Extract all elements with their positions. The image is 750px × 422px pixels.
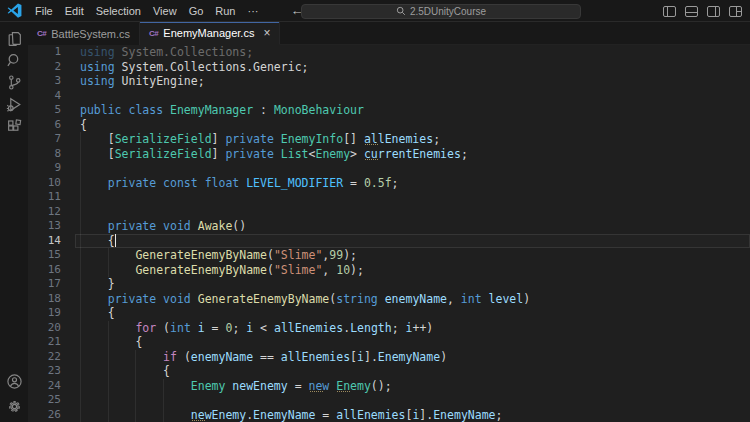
- code-line-6[interactable]: 6{: [28, 118, 750, 133]
- indent-guide: [108, 408, 109, 422]
- line-number[interactable]: 21: [28, 335, 75, 350]
- tab-battlesystem-cs[interactable]: C#BattleSystem.cs: [28, 22, 140, 45]
- code-line-1[interactable]: 1using System.Collections;: [28, 45, 750, 60]
- line-number[interactable]: 13: [28, 219, 75, 234]
- line-number[interactable]: 18: [28, 292, 75, 307]
- csharp-file-icon: C#: [37, 29, 46, 38]
- indent-guide: [135, 379, 136, 394]
- line-number[interactable]: 12: [28, 205, 75, 220]
- code-line-7[interactable]: 7 [SerializeField] private EnemyInfo[] a…: [28, 132, 750, 147]
- customize-layout-icon[interactable]: [729, 6, 742, 17]
- line-number[interactable]: 5: [28, 103, 75, 118]
- menu-go[interactable]: Go: [183, 0, 210, 22]
- line-number[interactable]: 22: [28, 350, 75, 365]
- indent-guide: [163, 379, 164, 394]
- csharp-file-icon: C#: [149, 29, 158, 38]
- code-line-16[interactable]: 16 GenerateEnemyByName("Slime", 10);: [28, 263, 750, 278]
- code-line-10[interactable]: 10 private const float LEVEL_MODIFIER = …: [28, 176, 750, 191]
- line-content: {: [75, 234, 750, 249]
- indent-guide: [108, 364, 109, 379]
- code-line-26[interactable]: 26 newEnemy.EnemyName = allEnemies[i].En…: [28, 408, 750, 422]
- line-number[interactable]: 3: [28, 74, 75, 89]
- line-content: [SerializeField] private List<Enemy> cur…: [75, 147, 750, 162]
- code-line-13[interactable]: 13 private void Awake(): [28, 219, 750, 234]
- line-number[interactable]: 24: [28, 379, 75, 394]
- line-number[interactable]: 26: [28, 408, 75, 422]
- indent-guide: [80, 176, 81, 191]
- account-icon[interactable]: [0, 370, 28, 392]
- command-center-search[interactable]: 2.5DUnityCourse: [301, 4, 581, 19]
- activity-bar: [0, 22, 28, 422]
- indent-guide: [135, 364, 136, 379]
- code-line-3[interactable]: 3using UnityEngine;: [28, 74, 750, 89]
- menu-view[interactable]: View: [147, 0, 183, 22]
- indent-guide: [80, 408, 81, 422]
- menu-edit[interactable]: Edit: [59, 0, 90, 22]
- toggle-secondary-sidebar-icon[interactable]: [707, 6, 720, 17]
- code-line-17[interactable]: 17 }: [28, 277, 750, 292]
- line-number[interactable]: 2: [28, 60, 75, 75]
- code-line-15[interactable]: 15 GenerateEnemyByName("Slime",99);: [28, 248, 750, 263]
- line-number[interactable]: 6: [28, 118, 75, 133]
- tab-enemymanager-cs[interactable]: C#EnemyManager.cs×: [140, 22, 280, 45]
- source-control-icon[interactable]: [0, 71, 28, 93]
- line-number[interactable]: 11: [28, 190, 75, 205]
- line-content: private void GenerateEnemyByName(string …: [75, 292, 750, 307]
- line-content: for (int i = 0; i < allEnemies.Length; i…: [75, 321, 750, 336]
- menu-bar: FileEditSelectionViewGoRun···: [29, 0, 265, 21]
- code-line-9[interactable]: 9: [28, 161, 750, 176]
- search-view-icon[interactable]: [0, 49, 28, 71]
- line-number[interactable]: 10: [28, 176, 75, 191]
- extensions-icon[interactable]: [0, 115, 28, 137]
- menu-run[interactable]: Run: [209, 0, 241, 22]
- code-line-21[interactable]: 21 {: [28, 335, 750, 350]
- indent-guide: [135, 350, 136, 365]
- line-content: {: [75, 364, 750, 379]
- code-line-5[interactable]: 5public class EnemyManager : MonoBehavio…: [28, 103, 750, 118]
- line-number[interactable]: 17: [28, 277, 75, 292]
- line-number[interactable]: 1: [28, 45, 75, 60]
- line-number[interactable]: 8: [28, 147, 75, 162]
- code-editor[interactable]: 1using System.Collections;2using System.…: [28, 45, 750, 422]
- indent-guide: [80, 277, 81, 292]
- code-line-8[interactable]: 8 [SerializeField] private List<Enemy> c…: [28, 147, 750, 162]
- indent-guide: [80, 350, 81, 365]
- line-number[interactable]: 7: [28, 132, 75, 147]
- line-content: private const float LEVEL_MODIFIER = 0.5…: [75, 176, 750, 191]
- line-number[interactable]: 9: [28, 161, 75, 176]
- code-line-22[interactable]: 22 if (enemyName == allEnemies[i].EnemyN…: [28, 350, 750, 365]
- code-line-11[interactable]: 11: [28, 190, 750, 205]
- code-line-2[interactable]: 2using System.Collections.Generic;: [28, 60, 750, 75]
- indent-guide: [80, 292, 81, 307]
- code-line-25[interactable]: 25: [28, 393, 750, 408]
- toggle-panel-icon[interactable]: [685, 6, 698, 17]
- run-and-debug-icon[interactable]: [0, 93, 28, 115]
- explorer-icon[interactable]: [0, 27, 28, 49]
- code-line-24[interactable]: 24 Enemy newEnemy = new Enemy();: [28, 379, 750, 394]
- line-number[interactable]: 25: [28, 393, 75, 408]
- line-number[interactable]: 16: [28, 263, 75, 278]
- line-number[interactable]: 20: [28, 321, 75, 336]
- line-number[interactable]: 23: [28, 364, 75, 379]
- text-cursor: [115, 234, 116, 247]
- menu-more[interactable]: ···: [242, 0, 265, 22]
- code-line-4[interactable]: 4: [28, 89, 750, 104]
- menu-file[interactable]: File: [29, 0, 59, 22]
- line-number[interactable]: 15: [28, 248, 75, 263]
- code-line-23[interactable]: 23 {: [28, 364, 750, 379]
- code-line-20[interactable]: 20 for (int i = 0; i < allEnemies.Length…: [28, 321, 750, 336]
- settings-gear-icon[interactable]: [0, 395, 28, 417]
- toggle-primary-sidebar-icon[interactable]: [663, 6, 676, 17]
- code-line-14[interactable]: 14 {: [28, 234, 750, 249]
- menu-selection[interactable]: Selection: [90, 0, 147, 22]
- code-line-18[interactable]: 18 private void GenerateEnemyByName(stri…: [28, 292, 750, 307]
- code-line-19[interactable]: 19 {: [28, 306, 750, 321]
- line-number[interactable]: 19: [28, 306, 75, 321]
- tab-close-icon[interactable]: ×: [263, 27, 270, 39]
- line-number[interactable]: 14: [28, 234, 75, 249]
- indent-guide: [80, 335, 81, 350]
- line-content: private void Awake(): [75, 219, 750, 234]
- line-number[interactable]: 4: [28, 89, 75, 104]
- line-content: GenerateEnemyByName("Slime", 10);: [75, 263, 750, 278]
- code-line-12[interactable]: 12: [28, 205, 750, 220]
